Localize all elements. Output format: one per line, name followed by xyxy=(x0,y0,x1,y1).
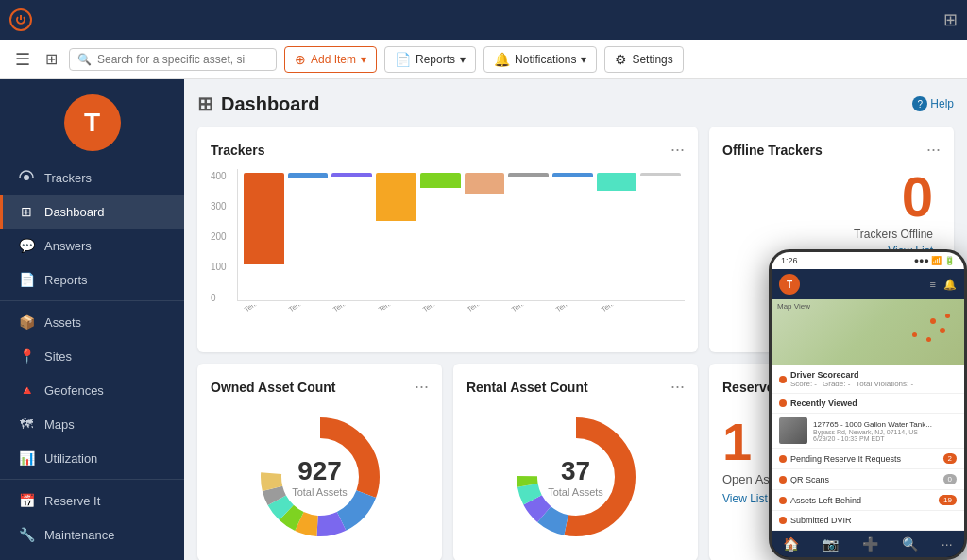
power-button[interactable] xyxy=(9,8,32,31)
bar xyxy=(244,173,284,264)
reports-button[interactable]: 📄 Reports ▾ xyxy=(384,46,476,73)
rental-total: 37 xyxy=(548,456,603,486)
rental-card-title: Rental Asset Count xyxy=(467,380,588,395)
phone-list-item-dvir: Submitted DVIR xyxy=(772,511,964,531)
page-title-wrap: ⊞ Dashboard xyxy=(197,93,319,115)
phone-bottom-nav: 🏠 📷 ➕ 🔍 ··· xyxy=(772,531,964,557)
bar xyxy=(465,173,505,194)
sidebar-item-utilization[interactable]: 📊 Utilization xyxy=(0,441,184,475)
phone-more-icon[interactable]: ··· xyxy=(942,536,953,552)
sidebar-item-safety[interactable]: 🛡 Safety & Compliance xyxy=(0,552,184,560)
owned-total: 927 xyxy=(292,456,348,486)
sites-icon: 📍 xyxy=(18,348,35,365)
offline-desc: Trackers Offline xyxy=(722,228,933,241)
bar-group-4 xyxy=(376,173,416,300)
reserve-icon: 📅 xyxy=(18,492,35,509)
nav-grid-icon[interactable]: ⊞ xyxy=(42,46,61,72)
owned-asset-card: Owned Asset Count ··· xyxy=(197,364,442,560)
owned-card-header: Owned Asset Count ··· xyxy=(211,377,429,397)
rental-donut-wrap: 37 Total Assets xyxy=(467,406,685,548)
phone-camera-icon[interactable]: 📷 xyxy=(823,536,839,552)
hamburger-icon[interactable]: ☰ xyxy=(11,45,34,74)
owned-total-label: Total Assets xyxy=(292,486,348,498)
owned-card-title: Owned Asset Count xyxy=(211,380,336,395)
asset-text: 127765 - 1000 Gallon Water Tank... Bypas… xyxy=(813,420,957,442)
sidebar-item-reports[interactable]: 📄 Reports xyxy=(0,263,184,297)
sidebar-divider xyxy=(0,300,184,301)
phone-list-item-left: Assets Left Behind 19 xyxy=(772,490,964,511)
phone-list-item-qr: QR Scans 0 xyxy=(772,469,964,490)
sidebar: T Trackers ⊞ Dashboard 💬 Answers 📄 Repor… xyxy=(0,79,184,560)
sidebar-item-answers[interactable]: 💬 Answers xyxy=(0,229,184,263)
phone-top-icons: ≡ 🔔 xyxy=(930,279,957,291)
bars-container xyxy=(237,169,685,301)
owned-card-menu[interactable]: ··· xyxy=(415,377,429,397)
asset-name: 127765 - 1000 Gallon Water Tank... xyxy=(813,420,957,429)
bar-group-2 xyxy=(288,173,329,300)
bar-group-6 xyxy=(465,173,505,300)
plus-icon: ⊕ xyxy=(295,52,306,67)
phone-list-item-recent: Recently Viewed xyxy=(772,394,964,414)
reserve-icon2 xyxy=(779,455,787,463)
left-label: Assets Left Behind xyxy=(790,496,935,505)
driver-label: Driver Scorecard xyxy=(790,370,957,380)
phone-plus-icon[interactable]: ➕ xyxy=(862,536,878,552)
reserve-badge: 2 xyxy=(943,453,957,464)
search-bar[interactable]: 🔍 xyxy=(69,48,277,71)
offline-card-title: Offline Trackers xyxy=(722,143,823,158)
rental-card-menu[interactable]: ··· xyxy=(670,377,685,397)
sidebar-item-maps[interactable]: 🗺 Maps xyxy=(0,407,184,441)
search-input[interactable] xyxy=(97,53,268,66)
chevron-down-icon: ▾ xyxy=(460,53,466,66)
offline-card-menu[interactable]: ··· xyxy=(926,140,941,160)
sidebar-item-dashboard[interactable]: ⊞ Dashboard xyxy=(0,195,184,229)
phone-map-view-label: Map View xyxy=(772,299,964,314)
sidebar-item-label: Trackers xyxy=(44,171,92,185)
sidebar-item-maintenance[interactable]: 🔧 Maintenance xyxy=(0,518,184,552)
phone-overlay: 1:26 ●●● 📶 🔋 T ≡ 🔔 Map View xyxy=(769,249,967,560)
sidebar-item-trackers[interactable]: Trackers xyxy=(0,161,184,195)
x-labels: Tenna QR TennaFLEET II TennaCAM JBUS Ten… xyxy=(211,305,685,339)
bar-group-10 xyxy=(640,173,681,300)
phone-avatar: T xyxy=(779,274,800,295)
trackers-card-menu[interactable]: ··· xyxy=(670,140,685,160)
map-dot xyxy=(912,332,917,337)
settings-button[interactable]: ⚙ Settings xyxy=(604,46,683,73)
sidebar-item-reserve-it[interactable]: 📅 Reserve It xyxy=(0,484,184,518)
phone-status-bar: 1:26 ●●● 📶 🔋 xyxy=(772,252,964,269)
phone-home-icon[interactable]: 🏠 xyxy=(783,536,799,552)
rental-card-header: Rental Asset Count ··· xyxy=(467,377,685,397)
assets-icon: 📦 xyxy=(18,314,35,331)
svg-point-0 xyxy=(24,175,29,180)
offline-number: 0 xyxy=(722,169,933,226)
phone-search-icon[interactable]: 🔍 xyxy=(902,536,918,552)
notifications-button[interactable]: 🔔 Notifications ▾ xyxy=(484,46,597,73)
help-link[interactable]: Help xyxy=(912,96,954,111)
dashboard-icon: ⊞ xyxy=(18,203,35,220)
rental-asset-card: Rental Asset Count ··· 37 Total Assets xyxy=(453,364,698,560)
map-dot xyxy=(940,328,945,333)
sidebar-item-geofences[interactable]: 🔺 Geofences xyxy=(0,373,184,407)
sidebar-item-assets[interactable]: 📦 Assets xyxy=(0,305,184,339)
add-item-button[interactable]: ⊕ Add Item ▾ xyxy=(284,46,377,73)
search-icon: 🔍 xyxy=(77,53,92,66)
trackers-card: Trackers ··· 400 300 200 100 0 xyxy=(197,127,698,352)
phone-notification-icon: 🔔 xyxy=(943,279,957,291)
offline-card-header: Offline Trackers ··· xyxy=(722,140,941,160)
sidebar-item-label: Assets xyxy=(44,315,81,330)
sidebar-item-label: Answers xyxy=(44,239,92,253)
bar-group-8 xyxy=(552,173,593,300)
bell-icon: 🔔 xyxy=(494,52,510,67)
bar xyxy=(331,173,372,177)
page-title: Dashboard xyxy=(221,93,319,115)
asset-thumb-img xyxy=(779,417,807,444)
avatar[interactable]: T xyxy=(64,94,121,151)
bar xyxy=(552,173,593,177)
reports-nav-icon: 📄 xyxy=(18,271,35,288)
phone-device: 1:26 ●●● 📶 🔋 T ≡ 🔔 Map View xyxy=(769,249,967,560)
phone-time: 1:26 xyxy=(781,256,798,265)
bar xyxy=(597,173,637,191)
sidebar-item-sites[interactable]: 📍 Sites xyxy=(0,339,184,373)
sidebar-item-label: Dashboard xyxy=(44,205,105,219)
asset-thumbnail xyxy=(779,417,807,444)
